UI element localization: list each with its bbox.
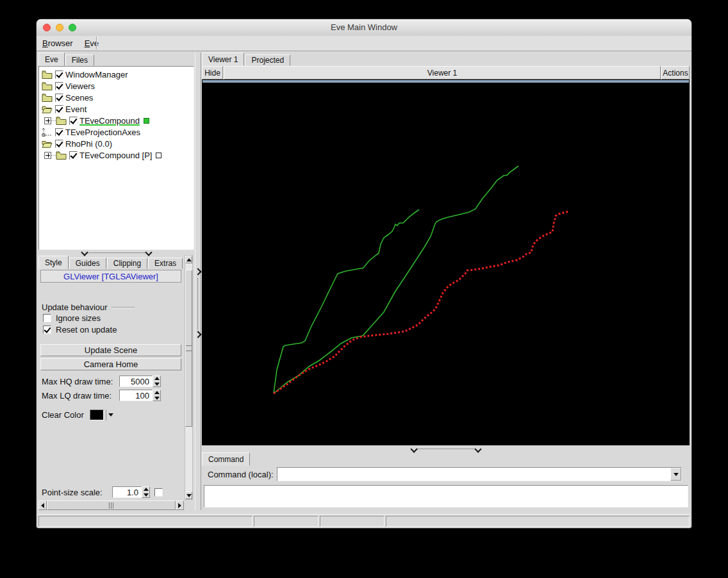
spin-down-icon[interactable]: [154, 397, 160, 400]
scroll-left-icon: [41, 503, 44, 508]
scene-tree[interactable]: WindowManager Viewers Scenes Event TEveC…: [38, 66, 194, 250]
reset-on-update-row[interactable]: Reset on update: [43, 325, 117, 334]
gl-viewport[interactable]: [202, 79, 690, 445]
spin-up-icon[interactable]: [144, 488, 149, 491]
tab-command[interactable]: Command: [202, 452, 250, 466]
green-square-marker[interactable]: [144, 118, 149, 124]
command-tab-bar: Command: [202, 452, 690, 466]
tree-item-label[interactable]: TEveProjectionAxes: [65, 128, 140, 137]
scroll-up-button[interactable]: [185, 256, 192, 263]
spinner-arrows[interactable]: [142, 486, 150, 498]
spin-down-icon[interactable]: [144, 493, 149, 497]
checkbox[interactable]: [55, 94, 63, 102]
update-behaviour-label: Update behaviour: [42, 302, 135, 312]
hide-button[interactable]: Hide: [202, 66, 223, 79]
viewer-command-splitter[interactable]: [202, 445, 690, 452]
tree-row[interactable]: Event: [39, 103, 194, 115]
tree-item-label[interactable]: TEveCompound [P]: [79, 151, 152, 160]
spin-down-icon[interactable]: [154, 383, 160, 386]
tree-row[interactable]: TEveCompound: [39, 115, 194, 126]
check-icon: [70, 117, 77, 124]
scroll-right-button[interactable]: [176, 500, 184, 510]
command-output[interactable]: [204, 485, 688, 508]
scroll-down-button[interactable]: [185, 491, 192, 499]
tab-projected[interactable]: Projected: [245, 54, 290, 66]
spinner-arrows[interactable]: [153, 390, 161, 401]
checkbox[interactable]: [55, 82, 63, 90]
tree-row[interactable]: TEveProjectionAxes: [39, 126, 194, 138]
viewer-header: Hide Viewer 1 Actions: [202, 66, 690, 79]
tab-extras[interactable]: Extras: [148, 258, 183, 269]
command-history-dropdown[interactable]: [670, 468, 681, 481]
tree-style-splitter[interactable]: [38, 250, 194, 255]
collapse-down-icon[interactable]: [474, 445, 481, 452]
scroll-left-button[interactable]: [38, 500, 47, 510]
tree-item-label[interactable]: Viewers: [65, 81, 95, 91]
tab-files[interactable]: Files: [65, 54, 94, 66]
max-lq-input[interactable]: 100: [119, 390, 153, 401]
command-combobox[interactable]: [277, 467, 682, 481]
scrollbar-thumb[interactable]: [47, 500, 176, 510]
style-horizontal-scrollbar[interactable]: [38, 500, 184, 510]
checkbox[interactable]: [43, 314, 51, 322]
style-tab-bar: Style Guides Clipping Extras: [38, 255, 185, 269]
tree-item-label[interactable]: RhoPhi (0.0): [65, 139, 112, 149]
menu-eve[interactable]: Eve: [79, 38, 104, 48]
checkbox[interactable]: [55, 128, 63, 136]
tree-item-label[interactable]: WindowManager: [65, 70, 128, 79]
folder-icon: [42, 93, 53, 102]
viewer-title-bar[interactable]: Viewer 1: [224, 66, 661, 79]
open-folder-icon: [42, 104, 53, 113]
tab-clipping[interactable]: Clipping: [107, 258, 147, 269]
checkbox[interactable]: [154, 488, 163, 497]
tree-row[interactable]: TEveCompound [P]: [39, 149, 194, 161]
tab-eve[interactable]: Eve: [38, 53, 65, 66]
checkbox[interactable]: [43, 326, 51, 334]
command-input[interactable]: [277, 468, 670, 481]
expand-icon[interactable]: [44, 117, 51, 124]
color-dropdown-button[interactable]: [106, 409, 115, 420]
spinner-arrows[interactable]: [153, 376, 161, 387]
tree-row[interactable]: WindowManager: [39, 69, 194, 80]
checkbox[interactable]: [55, 105, 63, 113]
tree-row[interactable]: Viewers: [39, 80, 194, 92]
tree-row[interactable]: RhoPhi (0.0): [39, 138, 194, 149]
collapse-right-icon[interactable]: [194, 331, 201, 338]
ignore-sizes-row[interactable]: Ignore sizes: [43, 313, 101, 323]
max-hq-input[interactable]: 5000: [119, 376, 153, 387]
tree-item-label[interactable]: TEveCompound: [79, 116, 140, 126]
status-cell: [386, 516, 690, 527]
open-folder-icon: [42, 139, 53, 148]
tree-row[interactable]: Scenes: [39, 92, 194, 103]
menu-browser[interactable]: Browser: [37, 38, 79, 48]
scrollbar-thumb[interactable]: [185, 270, 192, 427]
checkbox[interactable]: [55, 140, 63, 148]
splitter-dots: [417, 449, 476, 449]
window-title: Eve Main Window: [37, 22, 691, 32]
style-vertical-scrollbar[interactable]: [185, 255, 193, 500]
camera-home-button[interactable]: Camera Home: [40, 358, 181, 370]
tab-viewer-1[interactable]: Viewer 1: [202, 53, 244, 66]
clear-color-swatch[interactable]: [90, 409, 104, 420]
empty-square-marker[interactable]: [156, 153, 161, 158]
tab-guides[interactable]: Guides: [69, 258, 106, 269]
collapse-left-icon[interactable]: [194, 268, 201, 275]
checkbox[interactable]: [69, 151, 78, 160]
spin-up-icon[interactable]: [154, 391, 160, 394]
collapse-up-icon[interactable]: [410, 445, 417, 452]
expand-icon[interactable]: [44, 152, 51, 159]
checkbox[interactable]: [55, 70, 63, 79]
glviewer-button[interactable]: GLViewer [TGLSAViewer]: [40, 270, 181, 283]
status-cell: [38, 516, 252, 527]
update-scene-button[interactable]: Update Scene: [40, 344, 181, 356]
checkbox[interactable]: [69, 117, 78, 125]
check-icon: [44, 326, 51, 333]
actions-button[interactable]: Actions: [661, 66, 690, 79]
spin-up-icon[interactable]: [154, 377, 160, 380]
tree-item-label[interactable]: Event: [65, 104, 87, 114]
tree-item-label[interactable]: Scenes: [65, 93, 93, 103]
point-size-input[interactable]: 1.0: [112, 486, 142, 498]
panel-vertical-splitter[interactable]: [195, 53, 201, 510]
title-bar[interactable]: Eve Main Window: [37, 19, 691, 37]
tab-style[interactable]: Style: [38, 256, 69, 269]
